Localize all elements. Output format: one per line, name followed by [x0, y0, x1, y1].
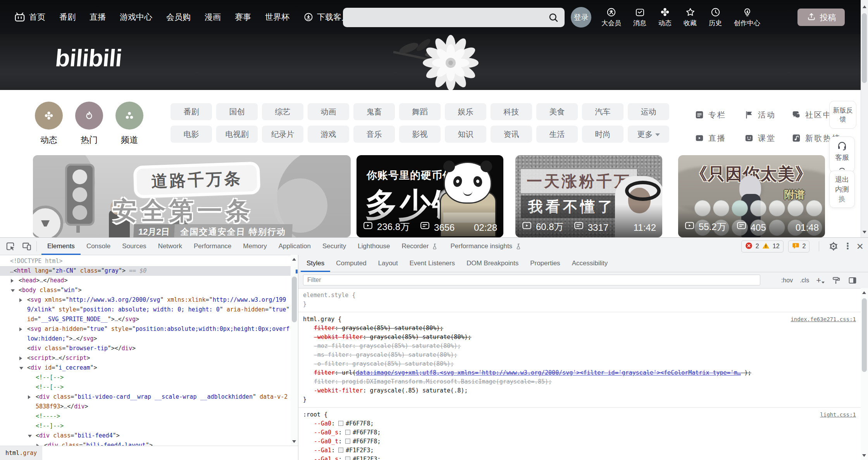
color-swatch[interactable] [345, 430, 350, 435]
tab-security[interactable]: Security [317, 238, 352, 255]
dom-tree-node[interactable]: <svg aria-hidden="true" style="position:… [0, 324, 291, 344]
console-errors-warnings[interactable]: 2 12 [741, 240, 784, 252]
dom-tree-node[interactable]: <script>…</script> [0, 353, 291, 363]
nav-action-动态[interactable]: 动态 [658, 7, 672, 28]
tab-performance-insights[interactable]: Performance insights [444, 238, 528, 255]
category-button-舞蹈[interactable]: 舞蹈 [399, 103, 441, 120]
nav-item-番剧[interactable]: 番剧 [59, 12, 76, 22]
dom-tree-node[interactable]: …<html lang="zh-CN" class="gray"> == $0 [0, 266, 291, 276]
color-swatch[interactable] [338, 421, 343, 426]
tab-sources[interactable]: Sources [116, 238, 152, 255]
customer-service-button[interactable]: 客服 [829, 137, 855, 172]
search-icon[interactable] [548, 12, 559, 25]
device-toolbar-icon[interactable] [22, 241, 32, 251]
css-declaration[interactable]: -ms-filter: grayscale(85%) saturate(80%)… [303, 351, 856, 360]
expand-arrow-icon[interactable] [19, 327, 22, 331]
feedback-button[interactable]: 新版反馈 [829, 101, 856, 129]
channel-热门[interactable]: 热门 [74, 102, 104, 146]
channel-频道[interactable]: 频道 [115, 102, 144, 146]
css-declaration[interactable]: --Ga1: #F1F2F3; [303, 446, 856, 455]
issues-badge[interactable]: 2 [788, 240, 810, 252]
tab-recorder[interactable]: Recorder [396, 238, 445, 255]
rule-selector[interactable]: html.gray { [303, 315, 341, 324]
exit-beta-button[interactable]: 退出 内测 换 [829, 171, 855, 208]
bilibili-logo[interactable]: bilibili [54, 44, 123, 72]
category-button-资讯[interactable]: 资讯 [491, 126, 532, 143]
collapse-arrow-icon[interactable] [19, 367, 23, 370]
category-button-番剧[interactable]: 番剧 [170, 103, 212, 120]
new-style-rule-button[interactable]: + [816, 277, 825, 284]
video-card[interactable]: 一天涨粉千万 我看不懂了 60.8万 3317 11:42 [515, 155, 662, 237]
category-button-娱乐[interactable]: 娱乐 [445, 103, 486, 120]
channel-动态[interactable]: 动态 [34, 102, 64, 146]
category-button-鬼畜[interactable]: 鬼畜 [353, 103, 395, 120]
stylesheet-link[interactable]: index.fe63e271.css:1 [790, 315, 856, 324]
category-button-运动[interactable]: 运动 [628, 103, 669, 120]
dom-tree-node[interactable]: <!--]--> [0, 421, 291, 431]
elements-scrollbar[interactable] [291, 255, 298, 446]
category-button-音乐[interactable]: 音乐 [353, 126, 395, 143]
dom-tree-node[interactable]: <body class="win"> [0, 285, 291, 295]
collapse-arrow-icon[interactable] [28, 435, 32, 438]
tab-elements[interactable]: Elements [41, 238, 81, 255]
upload-button[interactable]: 投稿 [797, 9, 845, 26]
sidebar-position-icon[interactable] [848, 276, 857, 285]
category-button-动画[interactable]: 动画 [308, 103, 349, 120]
color-swatch[interactable] [338, 448, 343, 453]
category-button-美食[interactable]: 美食 [536, 103, 578, 120]
nav-item-直播[interactable]: 直播 [90, 12, 106, 22]
color-swatch[interactable] [345, 457, 350, 460]
dom-tree-node[interactable]: <div class="bili-video-card__wrap __scal… [0, 392, 291, 412]
search-input[interactable] [351, 10, 538, 25]
nav-item-游戏中心[interactable]: 游戏中心 [120, 12, 152, 22]
category-button-电视剧[interactable]: 电视剧 [216, 126, 258, 143]
expand-arrow-icon[interactable] [11, 279, 14, 283]
css-declaration[interactable]: --Ga0_s: #F6F7F8; [303, 428, 856, 437]
category-button-游戏[interactable]: 游戏 [308, 126, 349, 143]
elements-scrollbar-thumb[interactable] [292, 277, 297, 322]
color-swatch[interactable] [345, 439, 350, 444]
dom-tree-node[interactable]: <!--[--> [0, 373, 291, 382]
page-scrollbar[interactable] [861, 0, 868, 237]
css-declaration[interactable]: -moz-filter: grayscale(85%) saturate(80%… [303, 342, 856, 351]
kebab-menu-icon[interactable]: ⋮ [843, 241, 852, 251]
expand-arrow-icon[interactable] [19, 356, 22, 360]
tab-dom-breakpoints[interactable]: DOM Breakpoints [461, 255, 524, 272]
tab-properties[interactable]: Properties [524, 255, 566, 272]
tab-event-listeners[interactable]: Event Listeners [404, 255, 461, 272]
dom-tree-node[interactable]: <div id="i_cecream"> [0, 363, 291, 373]
dom-tree-node[interactable]: <!----> [0, 412, 291, 421]
scroll-up-icon[interactable] [292, 258, 296, 261]
css-declaration[interactable]: filter: grayscale(85%) saturate(80%); [303, 324, 856, 333]
rendering-emulation-icon[interactable] [832, 276, 841, 285]
category-button-生活[interactable]: 生活 [536, 126, 578, 143]
nav-action-历史[interactable]: 历史 [709, 7, 722, 28]
nav-item-会员购[interactable]: 会员购 [166, 12, 191, 22]
login-button[interactable]: 登录 [571, 7, 591, 28]
quick-link-直播[interactable]: 直播 [694, 126, 744, 150]
dom-tree-node[interactable]: <svg xmlns="http://www.w3.org/2000/svg" … [0, 295, 291, 324]
dom-tree-node[interactable]: <div class="browser-tip"></div> [0, 344, 291, 353]
css-declaration[interactable]: --Ga1_s: #F1F2F3; [303, 455, 856, 460]
css-declaration[interactable]: --Ga0_t: #F6F7F8; [303, 437, 856, 446]
css-declaration[interactable]: -o-filter: grayscale(85%) saturate(80%); [303, 360, 856, 368]
category-button-汽车[interactable]: 汽车 [582, 103, 623, 120]
nav-action-收藏[interactable]: 收藏 [684, 7, 697, 28]
stylesheet-link[interactable]: light.css:1 [820, 410, 856, 419]
toggle-cls[interactable]: .cls [800, 277, 809, 284]
category-button-综艺[interactable]: 综艺 [262, 103, 303, 120]
category-button-影视[interactable]: 影视 [399, 126, 441, 143]
video-card[interactable]: 《只因你太美》 附谱 55.2万 405 01:48 [678, 155, 825, 237]
nav-item-漫画[interactable]: 漫画 [205, 12, 221, 22]
dom-tree-node[interactable]: <div class="bili-feed4-layout"> [0, 441, 291, 446]
breadcrumb-item-html[interactable]: html.gray [0, 446, 42, 460]
tab-styles[interactable]: Styles [301, 255, 330, 272]
nav-action-消息[interactable]: 消息 [633, 7, 646, 28]
styles-scrollbar-thumb[interactable] [862, 298, 867, 372]
page-scrollbar-thumb[interactable] [862, 13, 867, 83]
category-button-纪录片[interactable]: 纪录片 [262, 126, 303, 143]
scroll-up-icon[interactable] [863, 5, 866, 8]
scroll-down-icon[interactable] [863, 231, 866, 233]
expand-arrow-icon[interactable] [19, 298, 22, 302]
expand-arrow-icon[interactable] [28, 395, 31, 399]
